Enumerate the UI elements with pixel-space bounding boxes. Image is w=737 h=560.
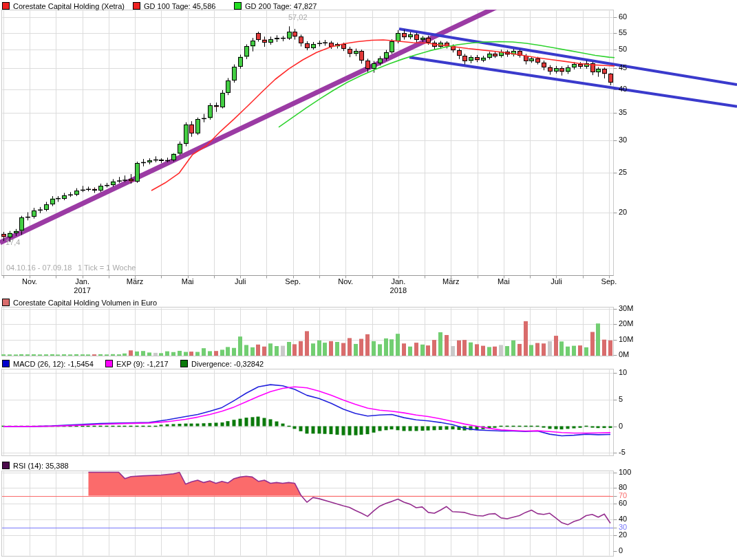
x-axis-month-label: März	[114, 277, 156, 286]
price-axis-label: 20	[619, 208, 627, 216]
legend-gd200-label: GD 200 Tage: 47,827	[245, 2, 317, 10]
x-axis-month-label: Sep.	[273, 277, 314, 286]
rsi-axis-label: 30	[619, 523, 627, 531]
x-axis-month-label: Jan.	[62, 277, 103, 286]
instrument-swatch-icon	[2, 2, 10, 10]
rsi-axis-label: 60	[619, 499, 627, 507]
price-axis-label: 40	[619, 85, 627, 93]
x-axis-month-label: März	[430, 277, 471, 286]
x-axis-month-label: Jan.	[378, 277, 419, 286]
macd-axis-label: 5	[619, 395, 623, 403]
x-axis-month-label: Mai	[167, 277, 209, 286]
low-price-annotation: 17,4	[6, 238, 20, 246]
x-axis-month-label: Juli	[220, 277, 261, 286]
legend-item-volume: Corestate Capital Holding Volumen in Eur…	[2, 298, 157, 308]
divergence-swatch-icon	[180, 360, 188, 367]
rsi-swatch-icon	[2, 462, 10, 469]
price-axis-label: 35	[619, 108, 627, 116]
rsi-axis-label: 80	[619, 483, 627, 491]
macd-swatch-icon	[2, 360, 10, 367]
macd-axis-label: -5	[619, 448, 626, 456]
high-price-annotation: 57,02	[288, 13, 308, 21]
volume-axis-label: 20M	[619, 319, 633, 327]
legend-item-rsi: RSI (14): 35,388	[2, 461, 69, 471]
x-axis-month-label: Nov.	[325, 277, 366, 286]
legend-divergence-label: Divergence: -0,32842	[191, 360, 264, 368]
volume-axis-label: 10M	[619, 335, 633, 343]
tick-interval-note: 1 Tick = 1 Woche	[78, 263, 136, 272]
legend-item-macd: MACD (26, 12): -1,5454	[2, 359, 94, 369]
price-axis-label: 45	[619, 63, 627, 72]
x-axis-month-label: Sep.	[588, 277, 630, 286]
volume-axis-label: 30M	[619, 304, 633, 312]
rsi-axis-label: 40	[619, 515, 627, 523]
price-axis-label: 55	[619, 28, 627, 36]
gd100-swatch-icon	[133, 2, 140, 10]
macd-axis-label: 10	[619, 368, 627, 376]
volume-swatch-icon	[2, 299, 10, 306]
price-axis-label: 50	[619, 45, 627, 53]
legend-gd100-label: GD 100 Tage: 45,586	[144, 2, 215, 10]
legend-exp-label: EXP (9): -1,217	[116, 360, 169, 368]
x-axis-year-label: 2017	[62, 286, 103, 294]
legend-item-exp: EXP (9): -1,217	[105, 359, 169, 369]
macd-axis-label: 0	[619, 422, 623, 430]
x-axis-month-label: Nov.	[9, 277, 50, 286]
legend-item-instrument: Corestate Capital Holding (Xetra)	[2, 1, 125, 11]
exp-swatch-icon	[105, 360, 113, 367]
volume-axis-label: 0M	[619, 350, 629, 358]
stock-chart-page: Corestate Capital Holding (Xetra) GD 100…	[0, 0, 737, 560]
x-axis-year-label: 2018	[378, 286, 419, 294]
rsi-axis-label: 70	[619, 491, 627, 499]
legend-rsi-label: RSI (14): 35,388	[13, 462, 69, 470]
date-range-note: 04.10.16 - 07.09.18	[6, 263, 72, 272]
legend-item-divergence: Divergence: -0,32842	[180, 359, 264, 369]
x-axis-month-label: Mai	[483, 277, 524, 286]
price-axis-label: 30	[619, 136, 627, 144]
price-axis-label: 60	[619, 12, 627, 21]
rsi-axis-label: 0	[619, 546, 623, 554]
legend-volume-label: Corestate Capital Holding Volumen in Eur…	[13, 299, 157, 307]
x-axis-month-label: Juli	[535, 277, 577, 286]
legend-instrument-label: Corestate Capital Holding (Xetra)	[13, 2, 125, 10]
legend-macd-label: MACD (26, 12): -1,5454	[13, 360, 94, 368]
gd200-swatch-icon	[234, 2, 242, 10]
legend-item-gd200: GD 200 Tage: 47,827	[234, 1, 317, 11]
price-axis-label: 25	[619, 168, 627, 176]
legend-item-gd100: GD 100 Tage: 45,586	[133, 1, 215, 11]
rsi-axis-label: 20	[619, 530, 627, 539]
rsi-axis-label: 100	[619, 468, 631, 476]
